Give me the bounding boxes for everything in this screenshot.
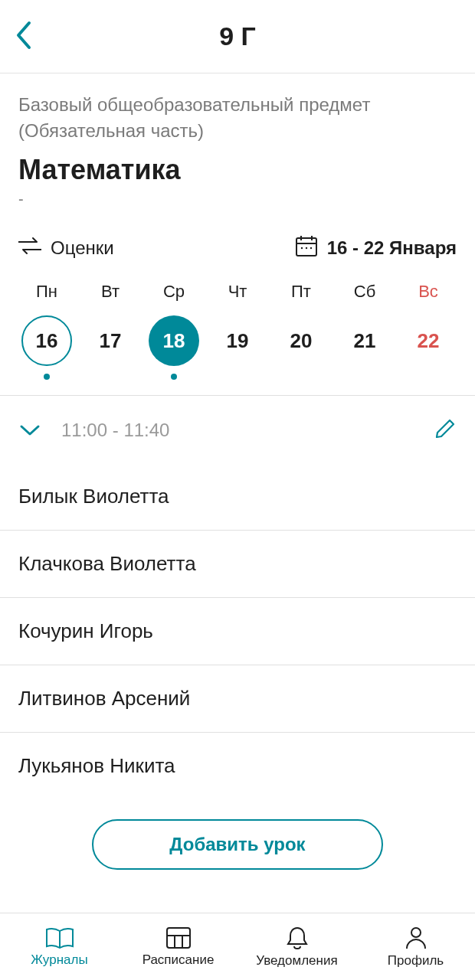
day-number-wrap: 20: [276, 315, 326, 366]
svg-rect-0: [296, 238, 316, 256]
grades-label: Оценки: [51, 237, 114, 259]
lesson-time: 11:00 - 11:40: [61, 420, 169, 441]
add-lesson-button[interactable]: Добавить урок: [92, 819, 383, 870]
event-dot: [44, 374, 50, 380]
student-row[interactable]: Кочурин Игорь: [18, 598, 457, 665]
calendar-icon: [295, 234, 318, 262]
grades-switch[interactable]: Оценки: [18, 236, 114, 260]
day-name: Пн: [36, 282, 57, 302]
day-number-wrap: 16: [21, 315, 72, 366]
svg-point-4: [301, 247, 303, 249]
day-cell[interactable]: Пн16: [20, 282, 74, 380]
student-list: Билык ВиолеттаКлачкова ВиолеттаКочурин И…: [18, 463, 457, 799]
subject-type: Базовый общеобразовательный предмет (Обя…: [18, 92, 457, 143]
back-button[interactable]: [14, 18, 35, 55]
day-number: 20: [290, 329, 313, 353]
student-row[interactable]: Клачкова Виолетта: [18, 531, 457, 597]
svg-point-12: [411, 928, 421, 937]
day-name: Пт: [291, 282, 311, 302]
tab-label: Профиль: [388, 953, 444, 969]
svg-point-5: [306, 247, 307, 249]
tab-journals[interactable]: Журналы: [0, 913, 119, 980]
tab-notifications[interactable]: Уведомления: [238, 913, 356, 980]
tab-bar: Журналы Расписание Уведомления Профиль: [0, 913, 475, 980]
day-name: Чт: [228, 282, 247, 302]
day-number-wrap: 21: [339, 315, 390, 366]
tab-label: Расписание: [142, 952, 215, 968]
day-number: 22: [418, 329, 440, 353]
day-number-wrap: 17: [85, 315, 136, 366]
tab-profile[interactable]: Профиль: [356, 913, 475, 980]
day-name: Вт: [101, 282, 120, 302]
day-name: Сб: [354, 282, 376, 302]
date-range-label: 16 - 22 Января: [327, 237, 457, 259]
tab-label: Журналы: [31, 952, 87, 968]
day-number: 19: [227, 329, 249, 353]
day-number: 18: [163, 329, 185, 353]
student-row[interactable]: Лукьянов Никита: [18, 733, 457, 799]
svg-point-6: [310, 247, 312, 249]
day-cell[interactable]: Сб21: [338, 282, 391, 380]
day-cell[interactable]: Ср18: [147, 282, 201, 380]
day-cell[interactable]: Пт20: [274, 282, 328, 380]
student-row[interactable]: Литвинов Арсений: [18, 665, 457, 732]
subject-dash: -: [18, 191, 457, 208]
event-dot: [171, 374, 177, 380]
header-bar: 9 Г: [0, 0, 475, 74]
tab-label: Уведомления: [256, 953, 337, 969]
edit-lesson-button[interactable]: [434, 417, 457, 443]
swap-icon: [18, 236, 41, 260]
day-number: 16: [36, 329, 58, 353]
day-cell[interactable]: Чт19: [211, 282, 264, 380]
day-number-wrap: 19: [212, 315, 263, 366]
student-row[interactable]: Билык Виолетта: [18, 463, 457, 530]
svg-rect-8: [167, 928, 190, 948]
date-range-picker[interactable]: 16 - 22 Января: [295, 234, 457, 262]
week-row: Пн16Вт17Ср18Чт19Пт20Сб21Вс22: [18, 282, 457, 380]
collapse-lesson[interactable]: [18, 423, 41, 438]
day-number: 21: [354, 329, 376, 353]
day-name: Ср: [163, 282, 185, 302]
day-name: Вс: [418, 282, 438, 302]
day-cell[interactable]: Вс22: [401, 282, 455, 380]
day-number-wrap: 18: [149, 315, 199, 366]
day-number-wrap: 22: [403, 315, 454, 366]
day-cell[interactable]: Вт17: [84, 282, 137, 380]
subject-name: Математика: [18, 154, 457, 186]
page-title: 9 Г: [15, 21, 460, 51]
day-number: 17: [100, 329, 122, 353]
tab-schedule[interactable]: Расписание: [119, 913, 238, 980]
